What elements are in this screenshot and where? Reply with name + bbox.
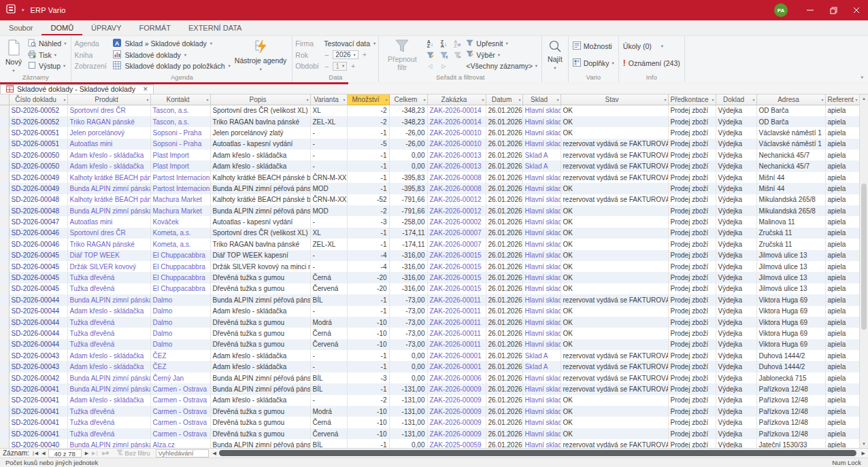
- row-selector[interactable]: [0, 127, 9, 138]
- sort-ascending-button[interactable]: AZ↓: [423, 39, 437, 50]
- row-selector[interactable]: [0, 428, 9, 439]
- cell-kontakt[interactable]: Machura Market: [150, 205, 210, 216]
- cell-kontakt[interactable]: Partost Internaciona: [150, 183, 210, 194]
- cell-zakazka[interactable]: ZAK-2026-00013: [427, 150, 486, 160]
- cell-sklad[interactable]: Hlavní sklad: [522, 306, 561, 317]
- cell-kontakt[interactable]: Dalmo: [150, 328, 210, 339]
- cell-produkt[interactable]: Tužka dřevěná: [67, 272, 150, 283]
- cell-cislo-dokladu[interactable]: SD-2026-00041: [9, 417, 67, 428]
- cell-sklad[interactable]: Hlavní sklad: [522, 339, 561, 350]
- cell-cislo-dokladu[interactable]: SD-2026-00041: [9, 406, 67, 417]
- table-row[interactable]: SD-2026-00045Diář TOP WEEKEl Chuppacabbr…: [0, 250, 859, 261]
- cell-kontakt[interactable]: Plast Import: [150, 160, 210, 171]
- row-selector[interactable]: [0, 317, 9, 328]
- cell-produkt[interactable]: Tužka dřevěná: [67, 283, 150, 294]
- cell-kontakt[interactable]: Kováček: [150, 216, 210, 227]
- cell-cislo-dokladu[interactable]: SD-2026-00041: [9, 383, 67, 394]
- cell-cislo-dokladu[interactable]: SD-2026-00050: [9, 150, 67, 160]
- cell-sklad[interactable]: Hlavní sklad: [522, 283, 561, 294]
- row-selector[interactable]: [0, 383, 9, 394]
- column-header-celkem[interactable]: Celkem▾: [389, 94, 427, 105]
- table-row[interactable]: SD-2026-00044Adam křeslo - skládačkaDalm…: [0, 306, 859, 317]
- cell-kontakt[interactable]: ČEZ: [150, 361, 210, 372]
- row-selector[interactable]: [0, 105, 9, 116]
- cell-zakazka[interactable]: ZAK-2026-00009: [427, 383, 486, 394]
- cell-sklad[interactable]: Hlavní sklad: [522, 373, 561, 383]
- cell-sklad[interactable]: Hlavní sklad: [522, 216, 561, 227]
- cell-sklad[interactable]: Hlavní sklad: [522, 139, 561, 150]
- cell-produkt[interactable]: Sportovní dres ČR: [67, 228, 150, 239]
- cell-zakazka[interactable]: ZAK-2026-00010: [427, 127, 486, 138]
- obdobi-increment-button[interactable]: +: [350, 63, 356, 70]
- output-button[interactable]: Výstup▾: [26, 61, 69, 71]
- scroll-down-icon[interactable]: ▼: [860, 439, 868, 448]
- row-selector[interactable]: [0, 216, 9, 227]
- vertical-scrollbar[interactable]: ▲ ▼: [859, 94, 868, 449]
- cell-cislo-dokladu[interactable]: SD-2026-00041: [9, 395, 67, 406]
- cell-zakazka[interactable]: ZAK-2025-00059: [427, 439, 486, 448]
- cell-kontakt[interactable]: Sopsoni - Praha: [150, 139, 210, 150]
- rok-select[interactable]: 2026▾: [333, 50, 358, 59]
- row-selector[interactable]: [0, 350, 9, 361]
- table-row[interactable]: SD-2026-00045Tužka dřevěnáEl Chuppacabbr…: [0, 283, 859, 294]
- cell-sklad[interactable]: Hlavní sklad: [522, 194, 561, 205]
- cell-produkt[interactable]: Autoatlas mini: [67, 216, 150, 227]
- cell-zakazka[interactable]: ZAK-2026-00015: [427, 283, 486, 294]
- column-filter-arrow[interactable]: ▾: [146, 97, 148, 102]
- cell-zakazka[interactable]: ZAK-2026-00013: [427, 160, 486, 171]
- column-filter-arrow[interactable]: ▾: [206, 97, 208, 102]
- tasks-button[interactable]: Úkoly (0)▾: [621, 41, 682, 52]
- cell-produkt[interactable]: Tužka dřevěná: [67, 417, 150, 428]
- cell-produkt[interactable]: Adam křeslo - skládačka: [67, 150, 150, 160]
- row-selector[interactable]: [0, 228, 9, 239]
- cell-zakazka[interactable]: ZAK-2026-00002: [427, 216, 486, 227]
- cell-zakazka[interactable]: ZAK-2026-00007: [427, 228, 486, 239]
- print-button[interactable]: Tisk▾: [26, 50, 69, 60]
- cell-zakazka[interactable]: ZAK-2026-00001: [427, 350, 486, 361]
- table-row[interactable]: SD-2026-00045Držák SILVER kovovýEl Chupp…: [0, 261, 859, 272]
- table-row[interactable]: SD-2026-00048Kalhoty krátké BEACH pánské…: [0, 194, 859, 205]
- new-record-nav-button[interactable]: ▶✱: [100, 451, 110, 456]
- cell-sklad[interactable]: Hlavní sklad: [522, 328, 561, 339]
- cell-kontakt[interactable]: Dalmo: [150, 317, 210, 328]
- column-header-produkt[interactable]: Produkt▾: [67, 94, 150, 105]
- cell-zakazka[interactable]: ZAK-2026-00009: [427, 395, 486, 406]
- cell-produkt[interactable]: Triko RAGAN pánské: [67, 239, 150, 249]
- row-selector[interactable]: [0, 373, 9, 383]
- first-record-button[interactable]: ❘◀: [29, 451, 39, 456]
- cell-sklad[interactable]: Hlavní sklad: [522, 395, 561, 406]
- cell-sklad[interactable]: Hlavní sklad: [522, 250, 561, 261]
- table-row[interactable]: SD-2026-00043Adam křeslo - skládačkaČEZA…: [0, 361, 859, 372]
- cell-produkt[interactable]: Adam křeslo - skládačka: [67, 160, 150, 171]
- cell-cislo-dokladu[interactable]: SD-2026-00051: [9, 139, 67, 150]
- table-row[interactable]: SD-2026-00050Adam křeslo - skládačkaPlas…: [0, 160, 859, 171]
- cell-zakazka[interactable]: ZAK-2026-00009: [427, 406, 486, 417]
- cell-cislo-dokladu[interactable]: SD-2026-00044: [9, 339, 67, 350]
- cell-cislo-dokladu[interactable]: SD-2026-00046: [9, 239, 67, 249]
- row-selector[interactable]: [0, 272, 9, 283]
- scroll-left-icon[interactable]: ◀: [211, 451, 218, 456]
- table-row[interactable]: SD-2026-00049Kalhoty krátké BEACH pánské…: [0, 172, 859, 183]
- rok-decrement-button[interactable]: –: [324, 51, 329, 58]
- cell-sklad[interactable]: Hlavní sklad: [522, 294, 561, 305]
- cell-sklad[interactable]: Sklad A: [522, 350, 561, 361]
- column-header-popis[interactable]: Popis▾: [210, 94, 310, 105]
- cell-sklad[interactable]: Sklad A: [522, 361, 561, 372]
- cell-zakazka[interactable]: ZAK-2026-00015: [427, 261, 486, 272]
- tab-skladove-doklady[interactable]: Skladové doklady - Skladové doklady ✕: [0, 84, 154, 94]
- cell-cislo-dokladu[interactable]: SD-2026-00045: [9, 272, 67, 283]
- table-row[interactable]: SD-2026-00044Tužka dřevěnáDalmoDřevěná t…: [0, 317, 859, 328]
- horizontal-scroll-thumb[interactable]: [219, 450, 856, 456]
- cell-kontakt[interactable]: Kometa, a.s.: [150, 228, 210, 239]
- cell-zakazka[interactable]: ZAK-2026-00009: [427, 417, 486, 428]
- table-row[interactable]: SD-2026-00050Adam křeslo - skládačkaPlas…: [0, 150, 859, 160]
- cell-produkt[interactable]: Triko RAGAN pánské: [67, 116, 150, 127]
- vertical-scroll-thumb[interactable]: [861, 184, 867, 330]
- table-row[interactable]: SD-2026-00048Bunda ALPIN zimní pánskáMac…: [0, 205, 859, 216]
- toggle-filter-button[interactable]: Přepnout filtr: [381, 37, 423, 73]
- column-filter-arrow[interactable]: ▾: [63, 97, 65, 102]
- cell-cislo-dokladu[interactable]: SD-2026-00051: [9, 127, 67, 138]
- cell-sklad[interactable]: Hlavní sklad: [522, 172, 561, 183]
- agenda-dropdown[interactable]: Sklad » Skladové doklady: [124, 39, 206, 48]
- cell-cislo-dokladu[interactable]: SD-2026-00043: [9, 361, 67, 372]
